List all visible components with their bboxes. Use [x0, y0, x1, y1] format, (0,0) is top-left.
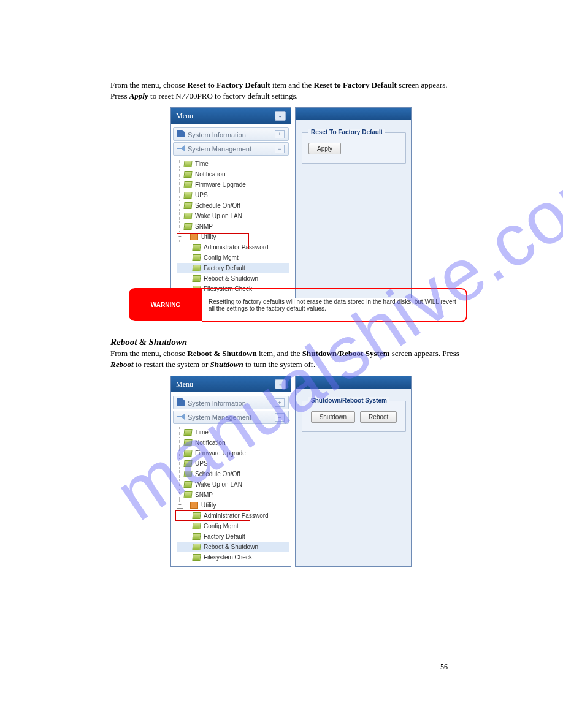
expand-icon[interactable]: + [275, 398, 285, 407]
section2-intro: From the menu, choose Reboot & Shutdown … [110, 348, 460, 370]
tree-utility[interactable]: −Utility [177, 500, 289, 510]
node-icon [183, 192, 192, 199]
tree-time[interactable]: Time [177, 427, 289, 438]
strong: Apply [129, 91, 148, 100]
tree-wol[interactable]: Wake Up on LAN [177, 479, 289, 490]
collapse-icon[interactable]: − [275, 413, 285, 422]
expand-icon[interactable]: + [275, 130, 285, 138]
section-title: Reboot & Shutdown [110, 337, 187, 347]
tree-admin-pw[interactable]: Administrator Password [177, 510, 289, 521]
collapse-icon[interactable]: − [275, 145, 285, 153]
tree-time[interactable]: Time [177, 159, 289, 169]
menu-body: System Information + System Management −… [171, 124, 291, 298]
content-header [296, 376, 411, 389]
tree-notif[interactable]: Notification [177, 438, 289, 448]
tree-notif[interactable]: Notification [177, 169, 289, 180]
node-icon [183, 171, 192, 178]
strong: Reset to Factory Default [313, 80, 396, 89]
page-number: 56 [440, 662, 448, 672]
content-panel: Reset To Factory Default Apply [295, 107, 412, 298]
collapse-icon[interactable]: « [275, 111, 286, 121]
node-icon [183, 223, 192, 230]
content-body: Reset To Factory Default Apply [296, 120, 411, 169]
content-body: Shutdown/Reboot System Shutdown Reboot [296, 389, 411, 437]
tree-snmp[interactable]: SNMP [177, 221, 289, 232]
tree-wol[interactable]: Wake Up on LAN [177, 211, 289, 221]
tree: Time Notification Firmware Upgrade UPS S… [173, 425, 289, 563]
doc-icon [177, 398, 185, 406]
fieldset-reset: Reset To Factory Default Apply [302, 132, 406, 164]
folder-icon [190, 233, 198, 240]
node-icon [183, 471, 192, 477]
minus-icon[interactable]: − [177, 233, 183, 240]
tree: Time Notification Firmware Upgrade UPS S… [173, 157, 289, 294]
node-icon [192, 523, 201, 529]
node-icon [183, 450, 192, 457]
tree-sched[interactable]: Schedule On/Off [177, 469, 289, 479]
reboot-button[interactable]: Reboot [360, 411, 397, 423]
warning-label: WARNING [129, 288, 202, 321]
brush-icon [177, 145, 185, 151]
tree-fw[interactable]: Firmware Upgrade [177, 180, 289, 190]
tree-reboot-shutdown[interactable]: Reboot & Shutdown [177, 273, 289, 284]
accordion-sysinfo[interactable]: System Information + [173, 127, 289, 141]
menu-title: Menu [176, 380, 193, 389]
tree-admin-pw[interactable]: Administrator Password [177, 242, 289, 252]
screenshot-2: Menu « System Information + System Manag… [170, 376, 412, 567]
node-icon [183, 481, 192, 488]
node-icon [192, 265, 201, 271]
section-intro: From the menu, choose Reset to Factory D… [110, 80, 454, 101]
node-icon [183, 491, 192, 498]
apply-button[interactable]: Apply [308, 143, 341, 154]
tree-ups[interactable]: UPS [177, 458, 289, 469]
strong: Reset to Factory Default [187, 80, 270, 89]
fieldset-shutdown: Shutdown/Reboot System Shutdown Reboot [302, 401, 406, 432]
node-icon [183, 161, 192, 167]
brush-icon [177, 414, 185, 420]
tree-utility[interactable]: −Utility [177, 232, 289, 242]
node-icon [183, 439, 192, 446]
node-icon [192, 275, 201, 282]
fieldset-title: Reset To Factory Default [308, 129, 385, 135]
tree-fsck[interactable]: Filesystem Check [177, 552, 289, 563]
node-icon [183, 429, 192, 436]
tree-sched[interactable]: Schedule On/Off [177, 200, 289, 211]
menu-body: System Information + System Management −… [171, 392, 291, 566]
tree-config-mgmt[interactable]: Config Mgmt [177, 252, 289, 263]
collapse-icon[interactable]: « [275, 379, 286, 389]
folder-icon [190, 502, 198, 509]
minus-icon[interactable]: − [177, 502, 183, 509]
screenshot-1: Menu « System Information + System Manag… [170, 107, 412, 298]
tree-snmp[interactable]: SNMP [177, 490, 289, 500]
accordion-sysinfo[interactable]: System Information + [173, 396, 289, 409]
warning-text: Resetting to factory defaults will not e… [202, 288, 467, 322]
node-icon [192, 254, 201, 261]
button-row: Shutdown Reboot [308, 411, 399, 423]
node-icon [192, 512, 201, 519]
doc-icon [177, 130, 185, 137]
tree-config-mgmt[interactable]: Config Mgmt [177, 521, 289, 531]
node-icon [192, 544, 201, 550]
node-icon [183, 213, 192, 219]
accordion-sysmgmt[interactable]: System Management − [173, 411, 289, 424]
warning-box: WARNING Resetting to factory defaults wi… [129, 288, 467, 322]
menu-panel: Menu « System Information + System Manag… [170, 376, 291, 567]
node-icon [192, 244, 201, 251]
menu-panel: Menu « System Information + System Manag… [170, 107, 291, 298]
tree-factory-default[interactable]: Factory Default [177, 531, 289, 542]
tree-reboot-shutdown[interactable]: Reboot & Shutdown [177, 542, 289, 552]
tree-factory-default[interactable]: Factory Default [177, 263, 289, 273]
node-icon [192, 533, 201, 540]
node-icon [183, 181, 192, 188]
accordion-sysmgmt[interactable]: System Management − [173, 142, 289, 156]
tree-fw[interactable]: Firmware Upgrade [177, 448, 289, 458]
menu-header: Menu « [171, 376, 291, 392]
content-header [296, 108, 411, 120]
node-icon [183, 460, 192, 467]
content-panel: Shutdown/Reboot System Shutdown Reboot [295, 376, 412, 567]
fieldset-title: Shutdown/Reboot System [308, 397, 389, 404]
menu-header: Menu « [171, 108, 291, 124]
node-icon [183, 202, 192, 209]
shutdown-button[interactable]: Shutdown [311, 411, 355, 423]
tree-ups[interactable]: UPS [177, 190, 289, 200]
